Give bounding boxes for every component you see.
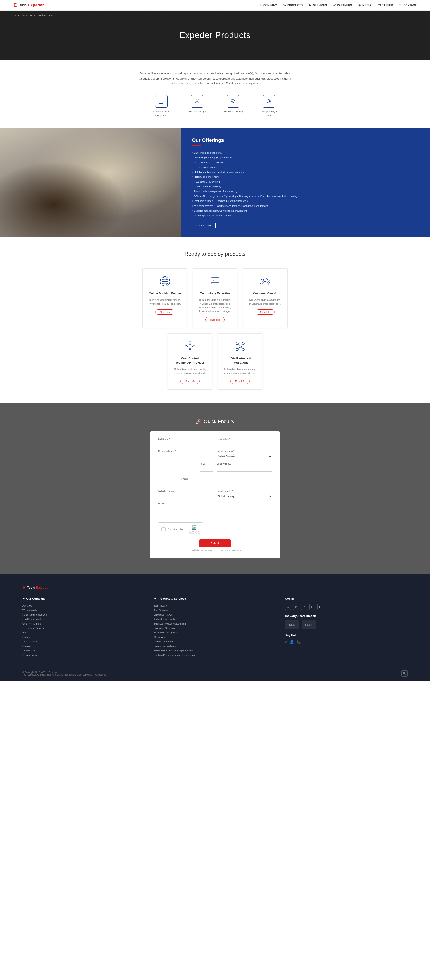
full-name-input[interactable] <box>158 441 213 447</box>
select-business-dropdown[interactable]: Select Business <box>217 453 272 460</box>
value-commitment-label: Commitment & Ownership <box>150 110 172 117</box>
product-customer-name: Customer Centric <box>248 291 282 296</box>
breadcrumb-home: ⌂ <box>14 14 16 16</box>
tafi-logo: TAFI <box>302 620 315 629</box>
designation-input[interactable] <box>217 441 272 447</box>
value-customer-delight: Customer Delight <box>186 95 208 117</box>
contact-icon <box>399 3 403 7</box>
tech-expertise-icon <box>209 275 221 288</box>
svg-point-2 <box>334 4 335 5</box>
footer-logo[interactable]: E Tech Expeder <box>22 585 408 590</box>
value-transparency-label: Transparency & Trust <box>258 110 280 117</box>
footer-company-links: About Us Work at anMy Health and Recogni… <box>22 604 145 657</box>
recaptcha-icon: 🔄 <box>189 525 199 530</box>
person-hello-icon[interactable]: 👤 <box>290 640 294 644</box>
enquiry-form-card: Full Name * Designation * Company Name *… <box>150 431 280 558</box>
products-row-2: Cost Control Technology Provider Nullam … <box>22 333 408 390</box>
nav-partners[interactable]: PARTNERS <box>333 3 352 7</box>
tech-expertise-icon-box <box>209 275 221 288</box>
cost-control-icon-box <box>184 340 196 353</box>
offering-item-11: Post sale support – Reschedule and Cance… <box>192 199 419 204</box>
nav-products[interactable]: PRODUCTS <box>283 3 303 7</box>
products-footer-icon: ✦ <box>154 597 156 600</box>
product-booking-more-btn[interactable]: More Info <box>155 309 174 315</box>
twitter-icon[interactable]: 𝕏 <box>285 604 291 610</box>
select-business-label: Select Business * <box>217 450 272 452</box>
nav-contact[interactable]: CONTACT <box>399 3 417 7</box>
svg-point-21 <box>185 345 187 347</box>
footer-logo-e: E <box>22 585 25 590</box>
footer-search-icon[interactable]: 🔍 <box>401 670 408 677</box>
footer-prod-ml: Machine Learning Rules <box>154 631 276 634</box>
product-cost-more-btn[interactable]: More Info <box>180 379 199 384</box>
select-country-dropdown[interactable]: Select Country <box>217 493 272 499</box>
designation-label: Designation * <box>217 438 272 441</box>
youtube-icon[interactable]: ▶ <box>317 604 323 610</box>
submit-button[interactable]: Submit <box>199 539 231 547</box>
footer-social-title: Social <box>285 597 408 600</box>
recaptcha-logo: 🔄 reCAPTCHA Privacy - Terms <box>189 525 199 534</box>
isd-input[interactable] <box>200 466 213 471</box>
company-name-input[interactable] <box>158 453 213 459</box>
respect-icon-box <box>227 95 239 108</box>
footer-link-work: Work at anMy <box>22 608 145 612</box>
iata-icon: IATA <box>287 622 296 627</box>
phone-input[interactable] <box>182 481 213 487</box>
recaptcha-checkbox[interactable] <box>161 527 166 531</box>
career-icon <box>377 3 381 7</box>
enquiry-section: 🚀 Quick Enquiry Full Name * Designation … <box>0 403 430 574</box>
media-icon <box>358 3 362 7</box>
footer-link-privacy: Privacy Policy <box>22 653 145 657</box>
customer-centric-icon <box>259 275 271 288</box>
form-row-3: (ISD) * Phone * Email Address * <box>158 463 272 487</box>
offerings-section: Our Offerings B2C online booking portal … <box>0 128 430 237</box>
svg-point-16 <box>261 279 263 282</box>
recaptcha-row: I'm not a robot 🔄 reCAPTCHA Privacy - Te… <box>158 522 272 536</box>
company-icon <box>260 3 263 7</box>
logo-tech: Tech <box>18 3 28 8</box>
svg-rect-14 <box>211 278 219 284</box>
home-hello-icon[interactable]: ⌂ <box>285 640 287 644</box>
offerings-content: Our Offerings B2C online booking portal … <box>180 128 430 237</box>
footer-logo-name: Tech Expeder <box>27 586 50 590</box>
details-input[interactable] <box>158 506 272 519</box>
offering-item-6: Holiday booking engine <box>192 175 419 180</box>
footer-copyright: © Copyright 2022 by Tech Expeder Tech Ex… <box>22 671 107 676</box>
svg-line-35 <box>241 347 242 348</box>
product-partners-more-btn[interactable]: More Info <box>231 379 250 384</box>
nav-company[interactable]: COMPANY <box>260 3 277 7</box>
nav-services[interactable]: SERVICES <box>309 3 327 7</box>
nav-career[interactable]: CAREER <box>377 3 393 7</box>
recaptcha-box[interactable]: I'm not a robot 🔄 reCAPTCHA Privacy - Te… <box>158 522 203 536</box>
form-row-4: Website (if any) Select Country * Select… <box>158 490 272 499</box>
offering-item-8: Online payment gateway <box>192 185 419 189</box>
website-input[interactable] <box>158 493 213 499</box>
product-tech-name: Technology Expertise <box>198 291 232 296</box>
navbar: E Tech Expeder COMPANY PRODUCTS SERVICES… <box>0 0 430 11</box>
googleplus-icon[interactable]: g+ <box>309 604 315 610</box>
hero-section: ⌂ / Company / Product Page Expeder Produ… <box>0 11 430 60</box>
email-input[interactable] <box>217 466 272 471</box>
breadcrumb-company[interactable]: Company <box>21 14 33 16</box>
product-tech-more-btn[interactable]: More Info <box>205 317 225 322</box>
offerings-list: B2C online booking portal Dynamic packag… <box>192 151 419 218</box>
phone-hello-icon[interactable]: 📞 <box>296 640 301 644</box>
product-customer-more-btn[interactable]: More Info <box>256 309 275 315</box>
logo[interactable]: E Tech Expeder <box>13 2 44 8</box>
quick-enquiry-button[interactable]: Quick Enquiry <box>192 223 215 229</box>
svg-point-15 <box>263 278 267 282</box>
linkedin-icon[interactable]: in <box>293 604 299 610</box>
offering-item-14: Mobile application iOS and Android <box>192 213 419 218</box>
customer-centric-icon-box <box>259 275 271 288</box>
svg-point-8 <box>196 99 198 101</box>
footer-prod-pwa: Progressive Web App <box>154 644 276 648</box>
nav-media[interactable]: MEDIA <box>358 3 371 7</box>
facebook-icon[interactable]: f <box>301 604 307 610</box>
company-footer-icon: ✦ <box>22 597 25 600</box>
offerings-image <box>0 128 180 237</box>
products-title: Ready to deploy products <box>22 251 408 257</box>
value-respect-label: Respect & Humility <box>223 110 244 114</box>
email-group: Email Address * <box>217 463 272 487</box>
svg-line-34 <box>238 347 239 348</box>
footer-link-health: Health and Recognition <box>22 613 145 616</box>
